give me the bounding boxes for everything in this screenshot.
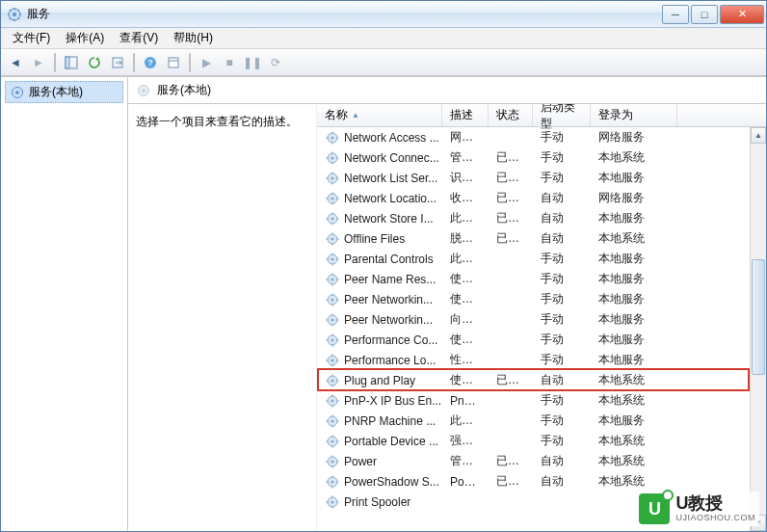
cell-startup-type: 手动 bbox=[533, 332, 591, 348]
service-row[interactable]: Portable Device ...强制...手动本地系统 bbox=[317, 431, 766, 451]
cell-logon-as: 本地服务 bbox=[591, 311, 677, 328]
menu-action[interactable]: 操作(A) bbox=[58, 28, 112, 48]
services-window: 服务 ─ □ ✕ 文件(F) 操作(A) 查看(V) 帮助(H) ◄ ► ? ▶… bbox=[0, 0, 767, 532]
svg-point-110 bbox=[331, 460, 333, 463]
col-description[interactable]: 描述 bbox=[442, 104, 489, 126]
close-button[interactable]: ✕ bbox=[720, 5, 764, 24]
workspace: 服务(本地) 服务(本地) 选择一个项目来查看它的描述。 名称▲ 描述 状态 启… bbox=[1, 76, 766, 531]
services-list: 名称▲ 描述 状态 启动类型 登录为 Network Access ...网络.… bbox=[317, 104, 766, 531]
separator bbox=[189, 53, 191, 72]
help-button[interactable]: ? bbox=[140, 52, 161, 73]
cell-startup-type: 手动 bbox=[533, 392, 591, 409]
restart-service-button[interactable]: ⟳ bbox=[265, 52, 286, 73]
service-row[interactable]: Performance Lo...性能...手动本地服务 bbox=[317, 350, 766, 370]
services-icon bbox=[7, 7, 22, 22]
menu-view[interactable]: 查看(V) bbox=[112, 28, 166, 48]
back-button[interactable]: ◄ bbox=[5, 52, 26, 73]
service-row[interactable]: Peer Networkin...向对...手动本地服务 bbox=[317, 309, 766, 330]
cell-logon-as: 本地系统 bbox=[591, 453, 677, 469]
cell-name: Parental Controls bbox=[317, 252, 442, 267]
svg-point-98 bbox=[331, 419, 333, 422]
cell-description: 识别... bbox=[442, 170, 489, 186]
cell-name: Print Spooler bbox=[317, 494, 442, 510]
service-row[interactable]: Power管理...已启动自动本地系统 bbox=[317, 451, 766, 471]
pause-service-button[interactable]: ❚❚ bbox=[242, 52, 263, 73]
tree-node-services-local[interactable]: 服务(本地) bbox=[5, 81, 123, 103]
cell-description: PnP-... bbox=[442, 394, 489, 408]
service-row[interactable]: Peer Networkin...使用...手动本地服务 bbox=[317, 289, 766, 309]
service-gear-icon bbox=[325, 494, 340, 510]
menu-help[interactable]: 帮助(H) bbox=[166, 28, 221, 48]
scroll-up-button[interactable]: ▲ bbox=[751, 127, 766, 144]
stop-service-button[interactable]: ■ bbox=[219, 52, 240, 73]
cell-description: 管理... bbox=[442, 149, 489, 166]
list-body[interactable]: Network Access ...网络...手动网络服务Network Con… bbox=[317, 127, 766, 531]
service-row[interactable]: Network Connec...管理...已启动手动本地系统 bbox=[317, 147, 766, 168]
cell-logon-as: 本地服务 bbox=[591, 210, 677, 226]
services-icon bbox=[136, 83, 151, 98]
cell-description: 使用... bbox=[442, 271, 489, 287]
cell-name: Performance Co... bbox=[317, 332, 442, 348]
cell-logon-as: 本地系统 bbox=[591, 149, 677, 166]
cell-description: 脱机... bbox=[442, 230, 489, 247]
service-gear-icon bbox=[325, 130, 340, 146]
cell-name: Network Store I... bbox=[317, 211, 442, 226]
cell-logon-as: 本地服务 bbox=[591, 352, 677, 368]
cell-startup-type: 手动 bbox=[533, 129, 591, 146]
service-row[interactable]: PNRP Machine ...此服...手动本地服务 bbox=[317, 411, 766, 431]
cell-logon-as: 网络服务 bbox=[591, 129, 677, 146]
minimize-button[interactable]: ─ bbox=[662, 5, 689, 24]
cell-status: 已启动 bbox=[489, 190, 533, 206]
service-gear-icon bbox=[325, 413, 340, 429]
cell-description: 此服... bbox=[442, 412, 489, 429]
service-row[interactable]: Network Locatio...收集...已启动自动网络服务 bbox=[317, 188, 766, 208]
svg-point-68 bbox=[331, 318, 333, 321]
cell-logon-as: 本地服务 bbox=[591, 332, 677, 348]
watermark: U U教授 UJIAOSHOU.COM bbox=[635, 492, 759, 526]
col-logon-as[interactable]: 登录为 bbox=[591, 104, 677, 126]
service-row[interactable]: Parental Controls此服...手动本地服务 bbox=[317, 249, 766, 269]
maximize-button[interactable]: □ bbox=[691, 5, 718, 24]
properties-button[interactable] bbox=[163, 52, 184, 73]
watermark-url: UJIAOSHOU.COM bbox=[675, 514, 755, 523]
cell-name: PnP-X IP Bus En... bbox=[317, 393, 442, 409]
svg-rect-7 bbox=[169, 58, 178, 67]
svg-point-74 bbox=[331, 338, 333, 341]
forward-button[interactable]: ► bbox=[28, 52, 49, 73]
svg-point-38 bbox=[331, 217, 333, 220]
service-row[interactable]: Network Access ...网络...手动网络服务 bbox=[317, 127, 766, 147]
cell-name: Peer Networkin... bbox=[317, 292, 442, 307]
service-row[interactable]: Peer Name Res...使用...手动本地服务 bbox=[317, 269, 766, 289]
svg-point-50 bbox=[331, 257, 333, 260]
service-row[interactable]: Network Store I...此服...已启动自动本地服务 bbox=[317, 208, 766, 228]
vertical-scrollbar[interactable]: ▲ ▼ bbox=[750, 127, 766, 531]
menu-file[interactable]: 文件(F) bbox=[5, 28, 58, 48]
cell-startup-type: 自动 bbox=[533, 372, 591, 388]
description-hint: 选择一个项目来查看它的描述。 bbox=[136, 114, 308, 130]
service-row[interactable]: Offline Files脱机...已启动自动本地系统 bbox=[317, 228, 766, 249]
scroll-track[interactable] bbox=[751, 144, 766, 515]
refresh-button[interactable] bbox=[84, 52, 105, 73]
svg-point-80 bbox=[331, 359, 333, 361]
export-button[interactable] bbox=[107, 52, 128, 73]
service-row[interactable]: PnP-X IP Bus En...PnP-...手动本地系统 bbox=[317, 390, 766, 411]
cell-logon-as: 网络服务 bbox=[591, 190, 677, 206]
col-name[interactable]: 名称▲ bbox=[317, 104, 442, 126]
service-row[interactable]: Network List Ser...识别...已启动手动本地服务 bbox=[317, 168, 766, 188]
scroll-thumb[interactable] bbox=[752, 259, 765, 375]
cell-name: Portable Device ... bbox=[317, 434, 442, 449]
service-row[interactable]: Performance Co...使远...手动本地服务 bbox=[317, 330, 766, 350]
cell-description: Pow... bbox=[442, 475, 489, 489]
service-row[interactable]: PowerShadow S...Pow...已启动自动本地系统 bbox=[317, 471, 766, 492]
start-service-button[interactable]: ▶ bbox=[196, 52, 217, 73]
svg-rect-3 bbox=[66, 57, 69, 68]
cell-startup-type: 手动 bbox=[533, 433, 591, 449]
cell-name: Power bbox=[317, 454, 442, 469]
titlebar[interactable]: 服务 ─ □ ✕ bbox=[1, 1, 766, 28]
cell-startup-type: 自动 bbox=[533, 210, 591, 226]
show-hide-tree-button[interactable] bbox=[61, 52, 82, 73]
col-startup-type[interactable]: 启动类型 bbox=[533, 104, 591, 126]
svg-point-92 bbox=[331, 399, 333, 402]
service-row[interactable]: Plug and Play使计...已启动自动本地系统 bbox=[317, 370, 766, 390]
col-status[interactable]: 状态 bbox=[489, 104, 533, 126]
